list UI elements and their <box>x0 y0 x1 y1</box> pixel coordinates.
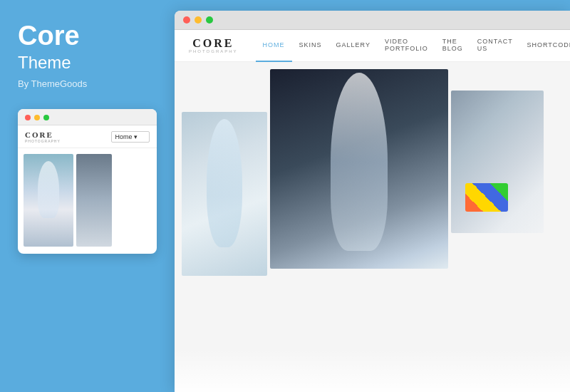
mini-traffic-lights <box>18 109 157 125</box>
mini-img-right <box>76 154 112 247</box>
gallery-area <box>175 62 570 392</box>
nav-item-skins[interactable]: SKINS <box>292 30 329 62</box>
site-nav: CORE PHOTOGRAPHY HOME SKINS GALLERY VIDE… <box>175 30 570 62</box>
nav-item-blog[interactable]: THE BLOG <box>435 30 470 62</box>
nav-item-shortcodes[interactable]: SHORTCODES <box>519 30 570 62</box>
nav-item-contact[interactable]: CONTACT US <box>470 30 520 62</box>
gallery-image-right[interactable] <box>451 91 544 233</box>
mini-header: CORE PHOTOGRAPHY Home ▾ <box>18 125 157 148</box>
mini-preview-card: CORE PHOTOGRAPHY Home ▾ <box>18 109 157 254</box>
mini-logo-sub: PHOTOGRAPHY <box>25 139 61 143</box>
left-panel: Core Theme By ThemeGoods CORE PHOTOGRAPH… <box>0 0 171 392</box>
mini-dot-red <box>25 115 31 120</box>
browser-dot-green[interactable] <box>206 16 213 24</box>
mini-dot-green <box>43 115 49 120</box>
browser-dot-red[interactable] <box>183 16 190 24</box>
mini-img-left <box>24 154 73 247</box>
site-logo-main: CORE <box>192 38 234 49</box>
mini-dropdown[interactable]: Home ▾ <box>111 131 150 143</box>
gallery-grid <box>175 62 551 392</box>
browser-mockup: CORE PHOTOGRAPHY HOME SKINS GALLERY VIDE… <box>175 11 570 392</box>
mini-dot-yellow <box>34 115 40 120</box>
fade-overlay <box>175 349 570 392</box>
mini-logo: CORE PHOTOGRAPHY <box>25 131 61 143</box>
mini-logo-text: CORE <box>25 131 61 139</box>
gallery-image-left[interactable] <box>182 112 267 276</box>
theme-subtitle: Theme <box>18 53 157 73</box>
browser-dot-yellow[interactable] <box>195 16 202 24</box>
browser-content: CORE PHOTOGRAPHY HOME SKINS GALLERY VIDE… <box>175 30 570 392</box>
nav-item-home[interactable]: HOME <box>256 30 292 62</box>
gallery-image-center[interactable] <box>270 69 448 269</box>
nav-item-video[interactable]: VIDEO PORTFOLIO <box>378 30 435 62</box>
theme-by: By ThemeGoods <box>18 78 157 89</box>
nav-items: HOME SKINS GALLERY VIDEO PORTFOLIO THE B… <box>256 30 570 62</box>
theme-title: Core <box>18 21 157 51</box>
nav-item-gallery[interactable]: GALLERY <box>329 30 378 62</box>
site-logo-sub: PHOTOGRAPHY <box>189 49 238 53</box>
mini-image-area <box>24 154 151 247</box>
browser-titlebar <box>175 11 570 30</box>
site-logo: CORE PHOTOGRAPHY <box>189 38 238 53</box>
